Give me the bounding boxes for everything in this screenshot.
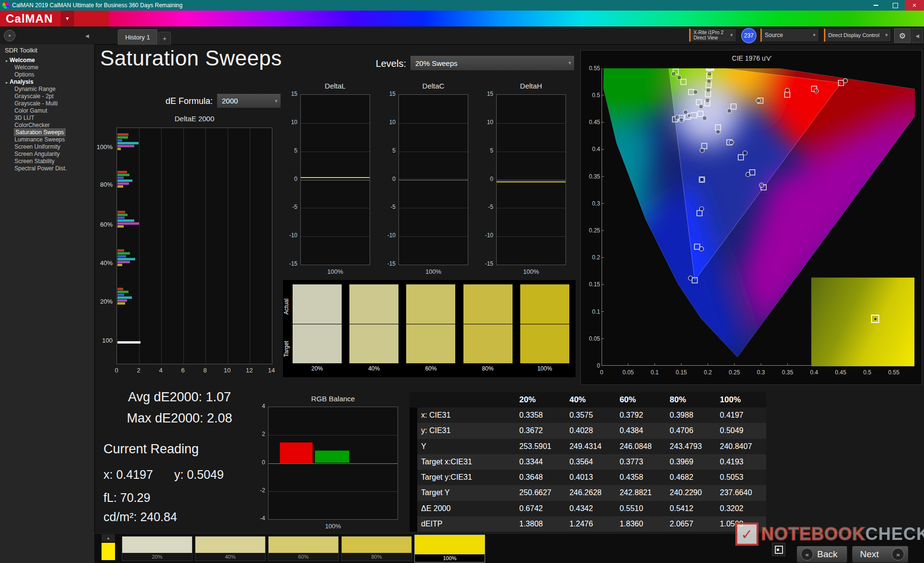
table-value-cell: 0.3988 bbox=[670, 408, 693, 423]
current-fl: fL: 70.29 bbox=[103, 491, 150, 505]
table-value-cell: 0.5049 bbox=[720, 423, 744, 438]
sidebar-item-grayscale-multi[interactable]: Grayscale - Multi bbox=[0, 100, 94, 107]
patch-color bbox=[415, 535, 485, 554]
table-value-cell: 0.4013 bbox=[569, 470, 593, 485]
sidebar-item-analysis[interactable]: ▸Analysis bbox=[0, 78, 94, 86]
source-label: Source bbox=[765, 32, 783, 38]
rgb-y-tick: -2 bbox=[249, 487, 265, 494]
table-value-cell: 0.5053 bbox=[720, 470, 744, 485]
deltaL-measure-line bbox=[301, 177, 370, 178]
sidebar-item-saturation-sweeps[interactable]: Saturation Sweeps bbox=[0, 129, 94, 136]
meter-dropdown[interactable]: X-Rite i1Pro 2 Direct View ▼ bbox=[689, 28, 736, 42]
sidebar-item-screen-angularity[interactable]: Screen Angularity bbox=[0, 151, 94, 158]
deltaL-y-tick: 10 bbox=[279, 119, 297, 126]
patch-label: 80% bbox=[342, 553, 411, 561]
cie-x-tick: 0.05 bbox=[619, 369, 637, 376]
display-control-dropdown[interactable]: Direct Display Control ▼ bbox=[824, 28, 891, 42]
calman-logo[interactable]: CalMAN ▼ bbox=[0, 11, 109, 26]
sidebar-item-welcome[interactable]: Welcome bbox=[0, 64, 94, 71]
saturation-patch-button-40[interactable]: 40% bbox=[195, 536, 266, 561]
workflow-tree: ▸WelcomeWelcomeOptions▸AnalysisDynamic R… bbox=[0, 57, 94, 172]
maximize-button[interactable] bbox=[886, 0, 905, 11]
sidebar-item-color-gamut[interactable]: Color Gamut bbox=[0, 107, 94, 115]
cie-y-tick: 0.55 bbox=[582, 65, 600, 72]
next-chevrons-icon: » bbox=[892, 548, 904, 561]
back-button[interactable]: « Back bbox=[796, 546, 847, 563]
sidebar-item-label: Options bbox=[14, 71, 34, 78]
sidebar-item-label: 3D LUT bbox=[14, 115, 34, 121]
table-value-cell: 249.4314 bbox=[569, 439, 602, 454]
chevron-down-icon: ▼ bbox=[810, 33, 819, 38]
row-indicator bbox=[410, 423, 417, 438]
results-table: 20%40%60%80%100%x: CIE310.33580.35750.37… bbox=[410, 392, 766, 532]
deltae-bar-yellow bbox=[117, 225, 124, 228]
swatch-label-20: 20% bbox=[293, 365, 342, 374]
deltaC-y-tick: -5 bbox=[377, 204, 396, 210]
table-value-cell: 250.6627 bbox=[519, 485, 552, 500]
rgb-bar-r bbox=[280, 442, 313, 463]
window-titlebar: CalMAN 2019 CalMAN Ultimate for Business… bbox=[0, 0, 924, 11]
gear-icon: ⚙ bbox=[899, 31, 906, 40]
reading-count-badge[interactable]: 237 bbox=[741, 28, 757, 43]
sidebar-item-screen-stability[interactable]: Screen Stability bbox=[0, 158, 94, 165]
sidebar-item-dynamic-range[interactable]: Dynamic Range bbox=[0, 86, 94, 93]
sidebar-item-spectral-power-dist[interactable]: Spectral Power Dist. bbox=[0, 165, 94, 172]
table-value-cell: 0.6742 bbox=[519, 501, 543, 516]
de-formula-dropdown[interactable]: 2000 ▼ bbox=[217, 93, 281, 108]
sidebar-item-luminance-sweeps[interactable]: Luminance Sweeps bbox=[0, 136, 94, 143]
next-button[interactable]: Next » bbox=[852, 546, 909, 563]
settings-button[interactable]: ⚙ bbox=[894, 28, 911, 43]
expand-patch-panel-icon[interactable]: ▲ bbox=[102, 534, 115, 542]
source-dropdown[interactable]: Source ▼ bbox=[760, 28, 819, 42]
patch-label: 40% bbox=[195, 553, 265, 561]
inset-target-marker bbox=[871, 315, 879, 323]
deltae-bar-yellow bbox=[117, 148, 121, 150]
levels-dropdown[interactable]: 20% Sweeps ▼ bbox=[410, 55, 575, 71]
max-de2000: Max dE2000: 2.08 bbox=[118, 411, 241, 426]
sidebar-item-label: Welcome bbox=[10, 57, 35, 64]
table-row: x: CIE310.33580.35750.37920.39880.4197 bbox=[410, 408, 766, 423]
target-axis-label: Target bbox=[283, 332, 290, 366]
sidebar-item-welcome[interactable]: ▸Welcome bbox=[0, 57, 94, 64]
patch-color bbox=[122, 537, 192, 553]
sidebar-item-label: Saturation Sweeps bbox=[14, 129, 65, 136]
swatch-label-100: 100% bbox=[520, 365, 569, 374]
saturation-patch-button-100[interactable]: 100% bbox=[414, 535, 485, 563]
table-value-cell: 0.3575 bbox=[569, 408, 593, 423]
cie-y-tick: 0.15 bbox=[582, 281, 600, 288]
gridline bbox=[399, 236, 468, 237]
levels-value: 20% Sweeps bbox=[415, 59, 458, 67]
deltaH-y-tick: 10 bbox=[475, 119, 493, 126]
gridline bbox=[269, 463, 398, 464]
tree-expand-icon[interactable]: ▸ bbox=[6, 59, 8, 63]
sidebar-item-colorchecker[interactable]: ColorChecker bbox=[0, 122, 94, 129]
sidebar-item-options[interactable]: Options bbox=[0, 71, 94, 78]
collapse-sidebar-icon[interactable]: ◀ bbox=[83, 31, 91, 40]
close-button[interactable]: × bbox=[905, 0, 924, 11]
saturation-patch-button-80[interactable]: 80% bbox=[341, 536, 412, 561]
rgb-balance-title: RGB Balance bbox=[268, 395, 398, 403]
deltaH-x-label: 100% bbox=[496, 268, 566, 275]
collapse-right-panel-icon[interactable]: ◀ bbox=[911, 28, 923, 43]
table-value-cell: 0.4358 bbox=[619, 470, 643, 485]
deltaL-plot bbox=[300, 94, 370, 265]
tab-history-1[interactable]: History 1 bbox=[118, 29, 157, 45]
table-value-cell: 1.2476 bbox=[569, 516, 593, 532]
minimize-button[interactable] bbox=[866, 0, 886, 11]
table-row: Y253.5901249.4314246.0848243.4793240.840… bbox=[410, 439, 766, 454]
table-header-cell: 80% bbox=[670, 392, 686, 408]
workspace-menu-button[interactable]: ● bbox=[4, 30, 15, 41]
deltae-category-label: 100 bbox=[72, 337, 113, 344]
row-label: dEITP bbox=[421, 516, 442, 532]
sidebar-item-grayscale-2pt[interactable]: Grayscale - 2pt bbox=[0, 93, 94, 100]
row-indicator bbox=[410, 408, 417, 423]
saturation-patch-button-60[interactable]: 60% bbox=[268, 536, 339, 561]
saturation-patch-button-20[interactable]: 20% bbox=[122, 536, 192, 561]
cie-chart-panel: CIE 1976 u'v' 00.050.10.150.20.250.30.35… bbox=[580, 50, 922, 385]
gridline bbox=[497, 180, 565, 180]
levels-label: Levels: bbox=[360, 58, 406, 69]
add-tab-button[interactable]: + bbox=[158, 32, 171, 45]
sidebar-item-3d-lut[interactable]: 3D LUT bbox=[0, 115, 94, 122]
tree-expand-icon[interactable]: ▸ bbox=[6, 80, 8, 85]
logo-dropdown-arrow-icon[interactable]: ▼ bbox=[61, 11, 74, 26]
